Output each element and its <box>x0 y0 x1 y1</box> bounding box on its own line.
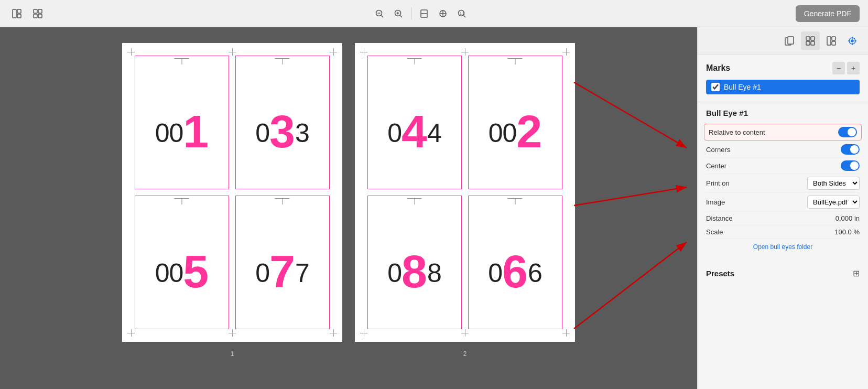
print-on-label: Print on <box>706 179 730 187</box>
toolbar-center: 1:1 <box>50 5 791 22</box>
scale-value: 100.0 % <box>834 228 860 236</box>
marks-add-btn[interactable]: + <box>847 62 860 74</box>
main-content: 001 033 <box>0 27 868 389</box>
svg-line-23 <box>574 82 687 148</box>
svg-rect-4 <box>38 9 42 13</box>
card-2-1: 044 <box>367 56 462 189</box>
svg-rect-34 <box>832 41 836 45</box>
toolbar-right: Generate PDF <box>796 5 860 22</box>
generate-pdf-btn[interactable]: Generate PDF <box>796 5 860 22</box>
panel-crosshair-btn[interactable] <box>843 31 862 50</box>
card-1-2: 033 <box>235 56 330 189</box>
svg-text:1:1: 1:1 <box>460 12 465 15</box>
marks-header: Marks − + <box>706 62 860 74</box>
marks-section: Marks − + Bull Eye #1 <box>698 55 868 102</box>
image-select[interactable]: BullEye.pdf <box>807 196 860 209</box>
center-row: Center <box>706 158 860 174</box>
card-reg-1-2 <box>283 58 283 64</box>
card-1-3: 005 <box>135 196 229 329</box>
center-label: Center <box>706 162 726 170</box>
card-reg-1-3 <box>182 198 182 204</box>
svg-rect-31 <box>811 41 815 45</box>
card-content-2-3: 088 <box>368 204 461 329</box>
page-2-label: 2 <box>463 350 467 358</box>
card-reg-2-2 <box>515 58 516 64</box>
canvas-area: 001 033 <box>0 27 697 389</box>
bull-eye-props: Bull Eye #1 Relative to content Corners … <box>698 102 868 261</box>
bull-eye-mark-item[interactable]: Bull Eye #1 <box>706 80 860 94</box>
fit-width-btn[interactable] <box>435 5 451 22</box>
svg-rect-27 <box>788 37 794 44</box>
fit-page-btn[interactable] <box>416 5 432 22</box>
card-content-2-4: 066 <box>469 204 562 329</box>
page-2-wrapper: 044 002 <box>355 43 575 358</box>
card-reg-2-1 <box>415 58 415 64</box>
card-content-2-2: 002 <box>469 64 562 189</box>
card-2-2: 002 <box>468 56 562 189</box>
zoom-out-btn[interactable] <box>371 5 388 22</box>
print-on-row: Print on Both Sides Front Only Back Only <box>706 174 860 193</box>
panel-icon-bar <box>698 27 868 55</box>
card-content-1-1: 001 <box>135 64 229 189</box>
image-label: Image <box>706 198 725 206</box>
page-2: 044 002 <box>355 43 575 342</box>
center-toggle[interactable] <box>841 160 860 171</box>
card-reg-2-4 <box>515 198 516 204</box>
reg-mark-tr-1 <box>330 48 337 56</box>
svg-point-40 <box>851 40 853 42</box>
svg-rect-30 <box>806 41 810 45</box>
relative-toggle[interactable] <box>838 127 857 137</box>
card-content-2-1: 044 <box>368 64 461 189</box>
svg-rect-2 <box>17 14 21 18</box>
imposition-icon-btn[interactable] <box>8 5 25 22</box>
scale-label: Scale <box>706 228 723 236</box>
corners-label: Corners <box>706 146 730 154</box>
marks-remove-btn[interactable]: − <box>832 62 845 74</box>
presets-grid-icon: ⊞ <box>853 268 860 278</box>
card-content-1-2: 033 <box>236 64 329 189</box>
card-2-4: 066 <box>468 196 562 329</box>
svg-rect-3 <box>34 9 37 13</box>
reg-mark-bm-1 <box>229 329 236 337</box>
svg-rect-33 <box>832 37 836 40</box>
page-1-wrapper: 001 033 <box>122 43 342 358</box>
cards-grid-2: 044 002 <box>367 56 562 329</box>
scale-row: Scale 100.0 % <box>706 225 860 239</box>
card-2-3: 088 <box>367 196 462 329</box>
grid-icon-btn[interactable] <box>29 5 46 22</box>
svg-rect-5 <box>34 14 37 18</box>
distance-value: 0.000 in <box>836 214 860 222</box>
svg-rect-1 <box>17 9 21 13</box>
toolbar-left <box>8 5 46 22</box>
card-1-4: 077 <box>235 196 330 329</box>
print-on-select[interactable]: Both Sides Front Only Back Only <box>807 177 860 190</box>
open-folder-link[interactable]: Open bull eyes folder <box>706 239 860 255</box>
presets-section: Presets ⊞ <box>698 261 868 286</box>
pages-container: 001 033 <box>122 43 575 358</box>
bull-eye-prop-title: Bull Eye #1 <box>706 109 860 117</box>
right-panel: Marks − + Bull Eye #1 Bull Eye #1 Relati… <box>697 27 868 389</box>
zoom-in-btn[interactable] <box>390 5 407 22</box>
panel-grid-btn[interactable] <box>801 31 820 50</box>
corners-row: Corners <box>706 142 860 158</box>
toolbar: 1:1 Generate PDF <box>0 0 868 27</box>
svg-rect-29 <box>811 37 815 40</box>
bull-eye-checkbox[interactable] <box>711 83 720 91</box>
corners-toggle[interactable] <box>841 144 860 155</box>
panel-copy-layout-btn[interactable] <box>780 31 799 50</box>
reg-mark-br-2 <box>562 329 570 337</box>
svg-line-25 <box>574 242 687 329</box>
card-1-1: 001 <box>135 56 229 189</box>
reg-mark-bl-2 <box>360 329 367 337</box>
relative-to-content-row: Relative to content <box>704 124 862 141</box>
svg-line-24 <box>574 187 687 206</box>
reg-mark-bm-2 <box>461 329 469 337</box>
zoom-actual-btn[interactable]: 1:1 <box>453 5 470 22</box>
reg-mark-tm-1 <box>229 48 236 56</box>
svg-line-8 <box>382 15 384 17</box>
panel-column-btn[interactable] <box>822 31 841 50</box>
image-row: Image BullEye.pdf <box>706 193 860 212</box>
card-reg-1-1 <box>182 58 182 64</box>
svg-rect-0 <box>13 9 16 18</box>
svg-line-20 <box>464 15 466 17</box>
